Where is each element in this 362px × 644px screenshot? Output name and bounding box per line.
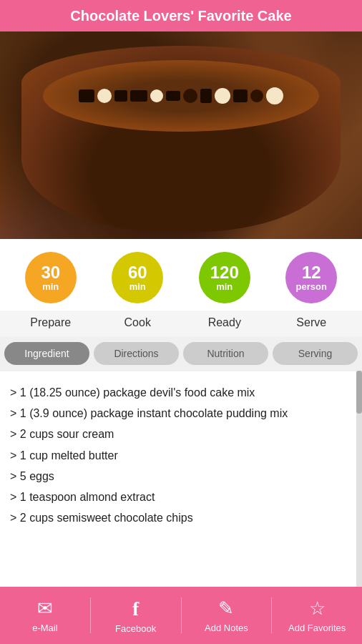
- ready-unit: min: [216, 281, 233, 292]
- tabs-row: Ingredient Directions Nutrition Serving: [0, 336, 362, 371]
- stats-row: 30 min 60 min 120 min 12 person: [0, 239, 362, 311]
- brown-disc: [183, 89, 197, 103]
- label-serve: Serve: [268, 316, 356, 329]
- add-notes-icon: ✎: [218, 597, 234, 620]
- scrollbar-thumb[interactable]: [356, 371, 362, 414]
- cook-unit: min: [129, 281, 146, 292]
- recipe-hero-image: [0, 31, 362, 239]
- nav-facebook-label: Facebook: [115, 623, 156, 634]
- stat-labels-row: Prepare Cook Ready Serve: [0, 311, 362, 336]
- serve-value: 12: [302, 264, 321, 281]
- ingredients-content: > 1 (18.25 ounce) package devil's food c…: [0, 371, 362, 600]
- prepare-unit: min: [42, 281, 59, 292]
- choc-piece: [130, 90, 147, 102]
- ingredient-item: > 1 (3.9 ounce) package instant chocolat…: [10, 404, 352, 423]
- add-favorites-icon: ☆: [309, 597, 326, 620]
- nav-email-label: e-Mail: [32, 623, 57, 633]
- tab-serving[interactable]: Serving: [273, 342, 358, 365]
- ingredient-item: > 5 eggs: [10, 467, 352, 486]
- stat-cook: 60 min: [112, 252, 163, 303]
- white-disc: [150, 89, 163, 102]
- cake-illustration: [21, 46, 341, 232]
- serve-unit: person: [296, 281, 327, 292]
- email-icon: ✉: [37, 597, 53, 620]
- label-prepare: Prepare: [7, 316, 94, 329]
- page-title: Chocolate Lovers' Favorite Cake: [70, 8, 291, 24]
- label-cook: Cook: [94, 316, 182, 329]
- choc-piece: [79, 89, 94, 102]
- bottom-nav: ✉ e-Mail f Facebook ✎ Add Notes ☆ Add Fa…: [0, 587, 362, 644]
- ingredient-item: > 2 cups semisweet chocolate chips: [10, 508, 352, 527]
- choc-piece: [233, 89, 248, 102]
- cook-value: 60: [128, 264, 147, 281]
- choc-piece: [200, 89, 212, 103]
- white-disc: [215, 88, 230, 104]
- white-disc: [97, 89, 112, 103]
- stat-serve: 12 person: [285, 252, 337, 303]
- ingredient-item: > 1 cup melted butter: [10, 446, 352, 465]
- tab-ingredient[interactable]: Ingredient: [4, 342, 89, 365]
- nav-add-notes-label: Add Notes: [205, 623, 248, 633]
- app-header: Chocolate Lovers' Favorite Cake: [0, 0, 362, 31]
- nav-email[interactable]: ✉ e-Mail: [0, 597, 90, 633]
- choc-piece: [114, 90, 127, 102]
- choc-piece: [166, 91, 180, 101]
- label-ready: Ready: [181, 316, 268, 329]
- tab-nutrition[interactable]: Nutrition: [183, 342, 268, 365]
- stat-prepare: 30 min: [25, 252, 77, 303]
- tab-directions[interactable]: Directions: [94, 342, 179, 365]
- brown-disc: [250, 89, 263, 102]
- cake-top: [43, 60, 319, 132]
- stat-ready: 120 min: [199, 252, 250, 303]
- nav-add-favorites[interactable]: ☆ Add Favorites: [272, 597, 362, 633]
- nav-add-favorites-label: Add Favorites: [288, 623, 346, 633]
- ingredient-item: > 1 (18.25 ounce) package devil's food c…: [10, 383, 352, 402]
- content-wrapper: > 1 (18.25 ounce) package devil's food c…: [0, 371, 362, 600]
- ready-value: 120: [210, 264, 239, 281]
- ingredient-item: > 2 cups sour cream: [10, 424, 352, 444]
- white-disc: [266, 87, 283, 104]
- facebook-icon: f: [132, 597, 139, 620]
- ingredient-item: > 1 teaspoon almond extract: [10, 487, 352, 507]
- nav-add-notes[interactable]: ✎ Add Notes: [182, 597, 272, 633]
- scrollbar[interactable]: [356, 371, 362, 600]
- nav-facebook[interactable]: f Facebook: [91, 597, 181, 634]
- prepare-value: 30: [41, 264, 60, 281]
